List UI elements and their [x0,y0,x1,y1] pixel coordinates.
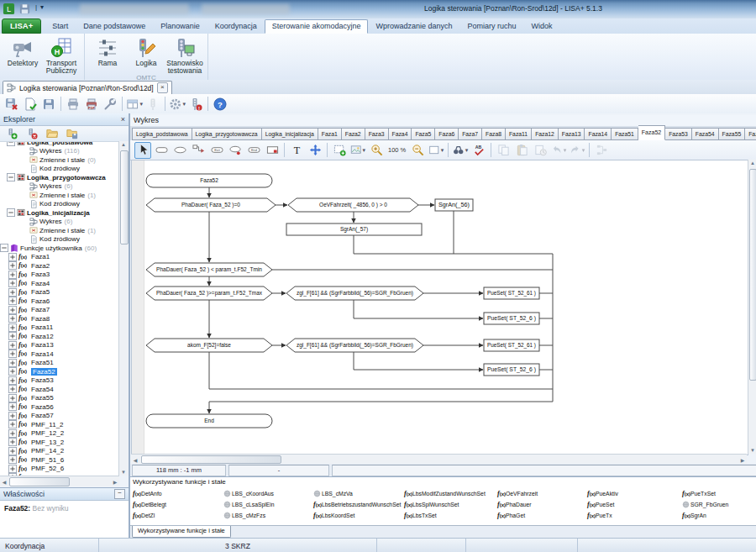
tree-item[interactable]: f(x)Faza3 [0,271,119,280]
tree-item[interactable]: f(x)Faza2 [0,261,119,271]
zoom-out-tool-button[interactable] [409,142,426,159]
diagram-tab-faza3[interactable]: Faza3 [365,128,389,140]
tree-item[interactable]: Kod źródłowy [0,200,119,209]
lisa-app-button[interactable]: LISA+ [2,18,41,34]
diagram-tab-faza1[interactable]: Faza1 [318,128,342,140]
help-button[interactable]: ? [212,96,228,112]
tree-item[interactable]: Zmienne i stałe(1) [0,191,119,200]
explorer-close-icon[interactable]: × [121,116,125,124]
add-logic-button[interactable] [3,126,20,142]
diagram-tab-faza5[interactable]: Faza5 [412,128,435,140]
diagram-tab-faza7[interactable]: Faza7 [459,128,482,140]
function-item[interactable]: f(x)OeVFahrzeit [497,488,587,499]
tree-item[interactable]: Wykres(116) [0,147,119,156]
zoom-region-tool-button[interactable]: ▾ [428,142,444,159]
function-item[interactable]: SGR_FbGruen [682,499,756,510]
function-item[interactable]: f(x)PhaDauer [497,499,587,510]
tree-item[interactable]: f(x)Faza57 [0,412,119,421]
diagram-tab-logika_inicjalizacja[interactable]: Logika_inicjalizacja [262,128,318,140]
tree-item[interactable]: f(x)Faza1 [0,253,119,262]
tree-item[interactable]: Wykres(6) [0,218,119,227]
function-item[interactable]: LBS_cMzVa [313,488,404,499]
tree-item[interactable]: Zmienne i stałe(0) [0,155,119,165]
tree-item[interactable]: Wykres(6) [0,182,119,192]
ribbon-tab-widok[interactable]: Widok [524,19,560,34]
process-button[interactable]: ▾ [169,96,186,112]
tree-item[interactable]: f(x)Faza55 [0,394,119,403]
tree-item[interactable]: f(x)Faza56 [0,402,119,412]
canvas-vertical-scrollbar[interactable]: ▲ ▼ [748,160,756,454]
comment-shape-tool-button[interactable] [227,142,244,159]
zoom-region-tool-dropdown-icon[interactable]: ▾ [441,147,444,154]
function-item[interactable]: f(x)PueAktiv [587,488,682,499]
condition-shape-tool-button[interactable] [171,142,188,159]
tree-item[interactable]: f(x)PMF_51_6 [0,455,119,465]
ribbon-button-rama[interactable]: Rama [88,36,127,68]
function-item[interactable]: f(x)LbsBetriebszustandWunschSet [313,499,404,510]
diagram-tab-faza54[interactable]: Faza54 [692,128,719,140]
tree-item[interactable]: f(x)PMF_11_2 [0,420,119,429]
stop-shape-tool-button[interactable] [264,142,281,159]
close-file-button[interactable] [3,96,20,112]
undo-tool-dropdown-icon[interactable]: ▾ [564,147,567,154]
diagram-tab-faza2[interactable]: Faza2 [342,128,365,140]
quick-access-dropdown-icon[interactable]: ▾ [40,3,44,11]
function-item[interactable]: f(x)LbsSplWunschSet [404,499,497,510]
flowchart-canvas[interactable]: Faza52PhaDauer( Faza_52 )=0OeVFahrzeit( … [131,160,748,455]
exit-shape-tool-button[interactable]: Exit [208,142,225,159]
function-item[interactable]: LBS_cLsaSplEin [223,499,313,510]
function-item[interactable]: f(x)LbsModifZustandWunschSet [404,488,497,499]
tree-horizontal-scrollbar[interactable]: ◀ ▶ [0,476,119,486]
function-item[interactable]: f(x)PueTxSet [682,488,756,499]
ribbon-tab-sterowanie-akomodacyjne[interactable]: Sterowanie akomodacyjne [265,19,369,34]
properties-minimize-icon[interactable]: − [114,489,125,499]
ribbon-tab-koordynacja[interactable]: Koordynacja [207,19,265,34]
tree-item[interactable]: f(x)Faza54 [0,385,119,394]
diagram-tab-faza12[interactable]: Faza12 [532,128,559,140]
text-tool-button[interactable]: T [288,142,305,159]
tree-item[interactable]: f(x)Faza51 [0,359,119,368]
ribbon-tab-planowanie[interactable]: Planowanie [153,19,207,34]
process-shape-tool-button[interactable] [153,142,170,159]
tree-item[interactable]: f(x)Faza14 [0,350,119,359]
function-item[interactable]: f(x)SgrAn [682,510,756,521]
tree-item[interactable]: f(x)Faza8 [0,314,119,323]
settings-button[interactable] [102,96,118,112]
find-tool-dropdown-icon[interactable]: ▾ [465,147,469,154]
zoom-level-value[interactable]: 100 % [388,146,406,154]
document-tab[interactable]: Logika sterowania [Poznan\Ron-Srod\12d] … [3,81,172,94]
function-item[interactable]: f(x)DetBelegt [133,499,223,510]
save-button[interactable] [40,96,57,112]
validate-file-button[interactable] [22,96,39,112]
tree-item[interactable]: f(x)Faza6 [0,297,119,306]
branch-shape-tool-button[interactable] [190,142,207,159]
tree-item[interactable]: f(x)PMF_13_2 [0,438,119,447]
diagram-tab-faza6[interactable]: Faza6 [435,128,459,140]
tree-item[interactable]: Kod źródłowy [0,235,119,244]
print-button[interactable] [65,96,81,112]
tree-item[interactable]: f(x)PMF_12_2 [0,429,119,439]
ribbon-button-stanowisko-testowania[interactable]: Stanowisko testowania [165,36,204,76]
tree-item[interactable]: f(x)Faza53 [0,376,119,386]
find-tool-button[interactable]: ▾ [452,142,469,159]
ribbon-tab-dane-podstawowe[interactable]: Dane podstawowe [76,19,153,34]
tree-item[interactable]: f(x)Faza4 [0,279,119,288]
tree-item[interactable]: f(x)Faza52 [0,367,119,376]
export-image-tool-dropdown-icon[interactable]: ▾ [362,147,365,154]
tree-item[interactable]: Logika_inicjalizacja [0,208,119,218]
diagram-tab-faza13[interactable]: Faza13 [559,128,585,140]
tree-item[interactable]: Funkcje użytkownika(60) [0,244,119,253]
function-item[interactable]: LBS_cKoordAus [223,488,313,499]
remove-logic-button[interactable] [24,126,40,142]
function-item[interactable]: f(x)DetZl [133,510,223,521]
function-item[interactable]: f(x)DetAnfo [133,488,223,499]
app-logo-icon[interactable]: L [3,3,15,15]
ribbon-button-logika[interactable]: Logika [127,36,165,68]
function-item[interactable]: f(x)LbsKoordSet [313,510,404,521]
tree-item[interactable]: f(x)Faza7 [0,306,119,315]
diagram-tab-faza51[interactable]: Faza51 [612,128,638,140]
tree-item[interactable]: f(x)Faza11 [0,323,119,333]
export-image-tool-button[interactable]: ▾ [349,142,366,159]
function-item[interactable]: f(x)PueTx [587,510,682,521]
diagram-tab-faza56[interactable]: Faza56 [745,128,756,140]
